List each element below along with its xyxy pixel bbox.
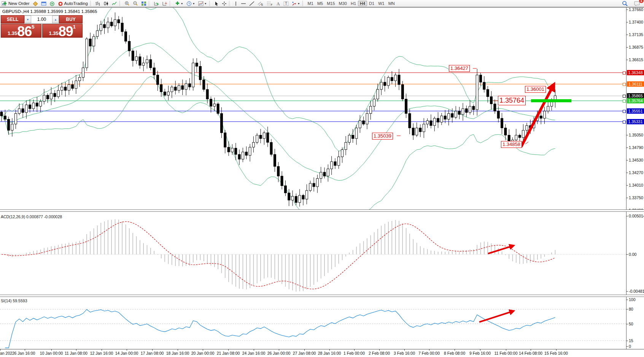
time-axis-tick — [152, 349, 153, 351]
axis-tick — [626, 135, 628, 135]
main-chart-canvas[interactable] — [0, 7, 626, 209]
price-annotation-label[interactable]: 1.36427 — [449, 65, 470, 72]
time-axis[interactable]: an 20226 Jan 16:0010 Jan 00:0011 Jan 08:… — [0, 349, 644, 357]
price-tick-label: 1.36615 — [629, 57, 644, 62]
time-axis-tick — [379, 349, 380, 351]
price-annotation-label[interactable]: 1.35039 — [372, 133, 393, 140]
time-axis-tick — [455, 349, 455, 351]
profiles-icon[interactable] — [32, 0, 39, 6]
timeframe-group: M1M5M15M30H1H4D1W1MN — [306, 1, 397, 6]
axis-tick — [626, 254, 628, 255]
mt4-window: { "toolbar": { "new_order_label": "New O… — [0, 0, 644, 357]
axis-tick — [626, 309, 628, 309]
volume-input[interactable] — [31, 16, 52, 23]
macd-panel-canvas[interactable] — [0, 211, 626, 293]
timeframe-button-M5[interactable]: M5 — [315, 1, 325, 6]
price-annotation-label[interactable]: 1.34858 — [501, 141, 522, 148]
time-axis-label: 7 Feb 00:00 — [418, 351, 440, 355]
price-tick-label: 1.33750 — [629, 195, 644, 200]
macd-panel-separator[interactable] — [0, 209, 644, 212]
time-axis-label: 20 Jan 00:00 — [191, 351, 215, 355]
timeframe-button-H1[interactable]: H1 — [349, 1, 358, 6]
axis-tick — [626, 198, 628, 198]
sell-price-prefix: 1.35 — [8, 30, 17, 37]
rsi-panel-separator[interactable] — [0, 295, 644, 297]
zoom-in-icon[interactable] — [123, 0, 131, 6]
time-axis-tick — [76, 349, 76, 351]
volume-increase-button[interactable]: ▲ — [52, 16, 59, 23]
candlestick-icon[interactable] — [102, 0, 110, 6]
time-axis-tick — [254, 349, 254, 351]
chat-icon[interactable]: 1 — [633, 0, 641, 6]
axis-tick — [626, 35, 628, 35]
periods-icon[interactable]: ▼ — [185, 0, 196, 6]
price-annotation-label[interactable]: 1.36001 — [525, 86, 546, 93]
text-icon[interactable]: A — [275, 0, 281, 6]
arrows-tool-icon[interactable]: ▼ — [291, 0, 301, 6]
bar-chart-icon[interactable] — [94, 0, 102, 6]
volume-decrease-button[interactable]: ▼ — [24, 16, 31, 23]
timeframe-button-MN[interactable]: MN — [386, 1, 397, 6]
rsi-indicator-label: SI(14) 59.5593 — [1, 298, 27, 303]
buy-price-prefix: 1.35 — [49, 30, 58, 37]
vertical-line-icon[interactable] — [233, 0, 239, 6]
rsi-panel-canvas[interactable] — [0, 297, 626, 349]
auto-scroll-icon[interactable] — [153, 0, 160, 6]
timeframe-button-M15[interactable]: M15 — [325, 1, 337, 6]
trendline-icon[interactable] — [248, 0, 256, 6]
crosshair-icon[interactable] — [221, 0, 228, 6]
axis-tick — [626, 291, 628, 292]
tile-windows-icon[interactable] — [140, 0, 148, 6]
timeframe-button-H4[interactable]: H4 — [358, 1, 367, 6]
buy-price-pip: 1 — [73, 24, 76, 30]
timeframe-button-D1[interactable]: D1 — [367, 1, 376, 6]
templates-icon[interactable]: ▼ — [197, 0, 208, 6]
price-annotation-label[interactable]: 1.35764 — [498, 96, 526, 105]
fibonacci-icon[interactable]: F — [266, 0, 274, 6]
time-axis-label: 3 Feb 16:00 — [394, 351, 415, 355]
indicators-icon[interactable]: ▼ — [173, 0, 184, 6]
sell-price[interactable]: 1.35 86 5 — [1, 24, 41, 38]
price-level-badge: 1.35551 — [627, 108, 644, 114]
support-highlight-bar[interactable] — [531, 99, 571, 102]
buy-button[interactable]: BUY — [59, 15, 83, 24]
toolbar-separator — [302, 1, 305, 6]
time-axis-label: 18 Jan 16:00 — [166, 351, 189, 355]
timeframe-button-M1[interactable]: M1 — [306, 1, 315, 6]
axis-tick — [626, 216, 628, 216]
cursor-icon[interactable] — [213, 0, 220, 6]
buy-price[interactable]: 1.35 89 1 — [42, 24, 83, 38]
axis-tick — [626, 60, 628, 60]
timeframe-button-W1[interactable]: W1 — [376, 1, 386, 6]
time-axis-tick — [404, 349, 405, 351]
sound-icon[interactable] — [48, 0, 56, 6]
zoom-out-icon[interactable] — [132, 0, 139, 6]
search-icon[interactable] — [621, 0, 629, 6]
rsi-tick-label: 50 — [629, 322, 644, 326]
rsi-tick-label: 100 — [629, 297, 644, 302]
time-axis-label: 2 Feb 08:00 — [369, 351, 390, 355]
equidistant-channel-icon[interactable]: E — [256, 0, 265, 6]
horizontal-line-icon[interactable] — [240, 0, 247, 6]
axis-tick — [626, 173, 628, 173]
line-end-marker — [623, 71, 626, 75]
line-end-marker — [623, 83, 626, 86]
toolbar-separator — [90, 1, 93, 6]
timeframe-button-M30[interactable]: M30 — [337, 1, 349, 6]
time-axis-label: 14 Feb 08:00 — [519, 351, 542, 355]
chat-badge: 1 — [639, 0, 644, 3]
data-window-icon[interactable] — [40, 0, 48, 6]
rsi-tick-label: 0 — [629, 344, 644, 349]
price-tick-label: 1.34530 — [629, 158, 644, 162]
sell-button[interactable]: SELL — [1, 15, 24, 24]
time-axis-tick — [556, 349, 557, 351]
macd-tick-label: 0.005014 — [629, 214, 644, 218]
text-label-icon[interactable]: T — [282, 0, 290, 6]
price-tick-label: 1.36875 — [629, 45, 644, 49]
rsi-tick-label: 15 — [629, 338, 644, 343]
price-tick-label: 1.34010 — [629, 183, 644, 187]
autotrading-button[interactable]: AutoTrading — [57, 0, 89, 6]
new-order-button[interactable]: New Order — [0, 0, 31, 6]
line-chart-icon[interactable] — [111, 0, 118, 6]
chart-shift-icon[interactable] — [161, 0, 169, 6]
